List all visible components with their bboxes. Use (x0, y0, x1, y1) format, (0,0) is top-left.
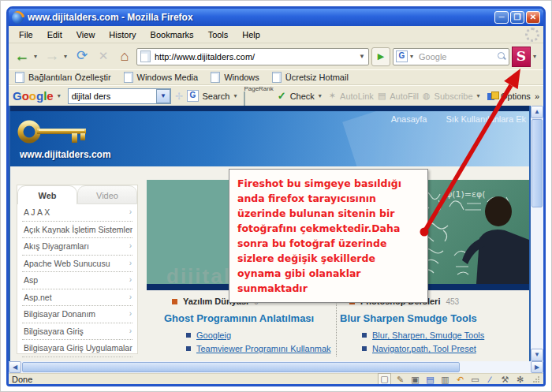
menu-help[interactable]: Help (235, 28, 267, 42)
subscribe-dropdown-icon[interactable]: ▾ (477, 92, 483, 99)
scroll-left-button[interactable]: ◀ (9, 361, 21, 373)
forward-button[interactable]: → (43, 47, 62, 67)
image-icon[interactable]: ▣ (409, 375, 421, 384)
article-heading[interactable]: Blur Sharpen Smudge Tools (340, 312, 525, 324)
pagerank-indicator[interactable]: PageRank (244, 86, 273, 106)
title-bar[interactable]: www.dijitalders.com - Mozilla Firefox ─ … (9, 9, 543, 26)
scroll-up-button[interactable]: ▲ (531, 106, 543, 118)
line-tool-icon[interactable]: ∕ (484, 375, 496, 384)
wand-icon[interactable]: ✻ (514, 375, 526, 384)
options-button[interactable]: Options (501, 91, 531, 101)
tools-icon[interactable]: ⚒ (499, 375, 511, 384)
article-link[interactable]: Navigator,path, Tool Preset (372, 344, 476, 353)
menu-view[interactable]: View (69, 28, 103, 42)
bookmark-label: Ücretsiz Hotmail (285, 73, 349, 82)
sidebar-item[interactable]: Apache Web Sunucusu (22, 256, 132, 273)
google-search-history-dropdown-icon[interactable]: ▼ (156, 89, 170, 103)
horizontal-scrollbar[interactable]: ◀ ▶ (9, 361, 543, 373)
article-link[interactable]: Googleig (196, 330, 231, 340)
search-box[interactable]: G ▾ Google (393, 48, 509, 65)
firefox-icon (12, 12, 24, 24)
article-link[interactable]: Blur, Sharpen, Smudge Tools (372, 330, 484, 340)
sidebar-item[interactable]: Bilgisayar Donanım (22, 306, 132, 323)
save-icon[interactable]: ▤ (424, 375, 436, 384)
tab-web[interactable]: Web (17, 185, 77, 204)
search-dropdown-icon[interactable]: ▾ (233, 92, 240, 99)
url-dropdown-icon[interactable]: ▼ (359, 53, 365, 60)
spellcheck-icon[interactable]: ✓ (278, 90, 286, 102)
options-icon[interactable] (487, 91, 497, 101)
check-dropdown-icon[interactable]: ▾ (319, 92, 325, 99)
sidebar-item[interactable]: Asp (22, 272, 132, 289)
close-button[interactable]: ✕ (526, 11, 540, 24)
golden-key-image (17, 113, 103, 151)
check-button[interactable]: Check (290, 91, 315, 101)
site-nav-add-favorites[interactable]: Sık Kullanılanlara Ek (446, 114, 527, 124)
sidebar-item[interactable]: A J A X (22, 204, 132, 222)
site-header-banner: www.dijitalders.com Anasayfa Sık Kullanı… (10, 111, 529, 166)
firefox-window: www.dijitalders.com - Mozilla Firefox ─ … (6, 6, 546, 386)
category-sidebar: Web Video A J A X Açık Kaynak İşletim Si… (17, 185, 138, 354)
google-search-field[interactable]: dijital ders ▼ (68, 88, 171, 104)
site-nav-home[interactable]: Anasayfa (391, 114, 427, 124)
sidebar-item[interactable]: Asp.net (22, 289, 132, 307)
url-text[interactable]: http://www.dijitalders.com/ (155, 52, 355, 62)
scroll-right-button[interactable]: ▶ (531, 361, 543, 373)
article-heading[interactable]: Ghost Programının Anlatılması (164, 312, 330, 324)
vertical-scrollbar[interactable]: ▲ ▼ (531, 106, 543, 361)
bookmark-item[interactable]: Windows (211, 72, 259, 83)
bookmark-icon (211, 72, 220, 83)
sidebar-item[interactable]: Bilgisayara Giriş Uygulamaları (22, 340, 132, 357)
go-button[interactable]: ▶ (371, 47, 390, 66)
pencil-icon[interactable]: ✎ (394, 375, 406, 384)
vertical-scroll-thumb[interactable] (531, 119, 543, 207)
google-g-icon[interactable]: G (396, 50, 408, 62)
autofill-icon: ▤ (378, 91, 386, 101)
fireshot-dropdown-icon[interactable]: ▾ (533, 53, 539, 60)
sidebar-item[interactable]: Akış Diyagramları (22, 238, 132, 256)
minimize-button[interactable]: ─ (494, 11, 509, 24)
resize-grip[interactable] (532, 375, 540, 383)
column-divider (336, 295, 337, 357)
sidebar-item[interactable]: Açık Kaynak İşletim Sistemleri (22, 222, 132, 239)
scroll-down-button[interactable]: ▼ (531, 349, 543, 361)
undo-icon[interactable]: ↶ (454, 375, 466, 384)
menu-history[interactable]: History (102, 28, 143, 42)
maximize-button[interactable]: ❐ (510, 11, 524, 24)
google-logo[interactable]: Google (13, 89, 54, 103)
selection-icon[interactable]: ▭ (469, 375, 481, 384)
google-search-query[interactable]: dijital ders (69, 91, 156, 101)
menu-tools[interactable]: Tools (201, 28, 236, 42)
link-bullet (362, 333, 367, 338)
horizontal-scroll-thumb[interactable] (22, 362, 460, 372)
back-dropdown-icon[interactable]: ▾ (34, 53, 40, 60)
reload-button[interactable]: ⟳ (73, 47, 91, 67)
bookmark-item[interactable]: Windows Media (124, 72, 199, 83)
search-button[interactable]: Search (203, 91, 230, 101)
search-placeholder[interactable]: Google (419, 52, 495, 62)
bookmark-icon (15, 72, 24, 83)
new-page-icon[interactable]: ▢ (378, 373, 391, 385)
tab-video[interactable]: Video (77, 185, 137, 204)
search-icon[interactable] (498, 52, 506, 61)
g-search-icon[interactable]: G (187, 90, 198, 102)
subscribe-icon: ◍ (423, 91, 431, 101)
bookmark-item[interactable]: Bağlantıları Özelleştir (15, 72, 111, 83)
search-engine-dropdown-icon[interactable]: ▾ (410, 53, 416, 60)
navigation-toolbar: ← ▾ → ▾ ⟳ ✕ ⌂ http://www.dijitalders.com… (9, 43, 543, 69)
menu-edit[interactable]: Edit (40, 28, 69, 42)
article-link[interactable]: Teamviewer Programını Kullanmak (196, 344, 331, 353)
home-button[interactable]: ⌂ (115, 47, 134, 67)
menu-bookmarks[interactable]: Bookmarks (144, 28, 201, 42)
forward-dropdown-icon[interactable]: ▾ (64, 53, 70, 60)
fireshot-button[interactable]: S (512, 47, 531, 67)
menu-file[interactable]: File (12, 28, 40, 42)
sidebar-item[interactable]: Bilgisayara Giriş (22, 323, 132, 341)
stop-button[interactable]: ✕ (94, 47, 113, 67)
google-logo-dropdown-icon[interactable]: ▾ (58, 92, 64, 99)
print-icon[interactable]: ▥ (439, 375, 451, 384)
url-bar[interactable]: http://www.dijitalders.com/ ▼ (136, 48, 369, 65)
toolbar-overflow-chevron[interactable]: » (535, 91, 539, 101)
back-button[interactable]: ← (13, 47, 32, 67)
bookmark-item[interactable]: Ücretsiz Hotmail (272, 72, 349, 83)
